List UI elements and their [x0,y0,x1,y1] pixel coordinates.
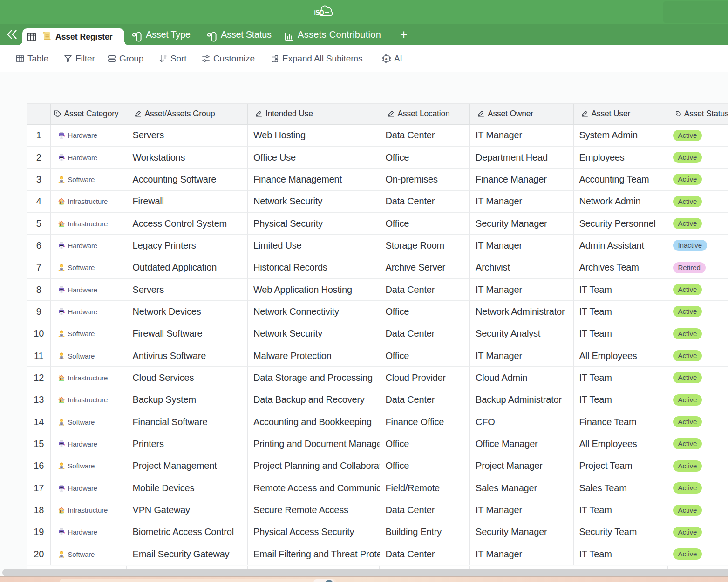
svg-text:AI: AI [385,57,388,61]
